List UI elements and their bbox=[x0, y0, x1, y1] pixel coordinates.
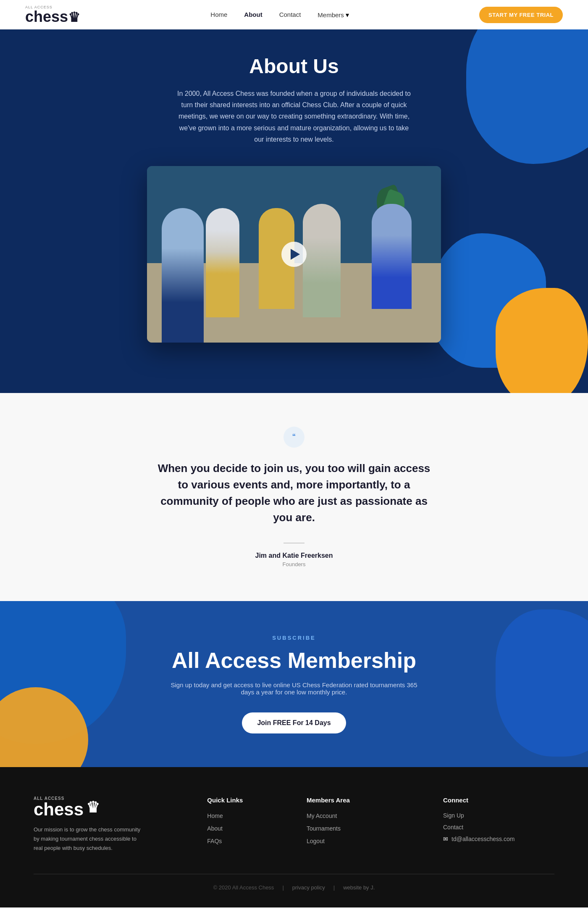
nav-item-home[interactable]: Home bbox=[210, 11, 227, 18]
footer-link-faqs[interactable]: FAQs bbox=[207, 837, 281, 845]
start-free-trial-button[interactable]: START MY FREE TRIAL bbox=[479, 7, 563, 23]
footer-crown-icon: ♛ bbox=[86, 800, 100, 815]
subscribe-title: All Access Membership bbox=[172, 648, 416, 673]
join-free-button[interactable]: Join FREE For 14 Days bbox=[242, 712, 346, 733]
footer-logout[interactable]: Logout bbox=[307, 837, 418, 845]
quote-text: When you decide to join us, you too will… bbox=[151, 460, 437, 526]
chevron-down-icon: ▾ bbox=[346, 11, 349, 19]
quote-role: Founders bbox=[283, 561, 306, 567]
footer-mission: Our mission is to grow the chess communi… bbox=[34, 825, 143, 853]
footer-bottom: © 2020 All Access Chess | privacy policy… bbox=[34, 874, 554, 891]
footer-tournaments[interactable]: Tournaments bbox=[307, 825, 418, 832]
footer-connect-list: Sign Up Contact ✉ td@allaccesschess.com bbox=[443, 812, 554, 842]
nav-links: Home About Contact Members ▾ bbox=[210, 11, 349, 19]
quote-section: “ When you decide to join us, you too wi… bbox=[0, 393, 588, 601]
footer: ALL ACCESS chess ♛ Our mission is to gro… bbox=[0, 767, 588, 907]
footer-contact[interactable]: Contact bbox=[443, 824, 554, 831]
hero-video-container[interactable] bbox=[147, 166, 441, 343]
footer-privacy-policy[interactable]: privacy policy bbox=[292, 884, 325, 891]
video-scene bbox=[147, 166, 441, 343]
hero-blob-bottom-right-gold bbox=[496, 288, 588, 393]
footer-connect-title: Connect bbox=[443, 797, 554, 804]
subscribe-section: SUBSCRIBE All Access Membership Sign up … bbox=[0, 601, 588, 767]
hero-subtitle: In 2000, All Access Chess was founded wh… bbox=[176, 88, 412, 145]
quote-icon: “ bbox=[284, 427, 304, 448]
hero-blob-top-right bbox=[466, 29, 588, 164]
logo-crown-icon: ♛ bbox=[68, 10, 80, 25]
footer-logo[interactable]: ALL ACCESS chess ♛ bbox=[34, 797, 182, 818]
footer-divider-2: | bbox=[333, 884, 335, 891]
sub-blob-right bbox=[496, 609, 588, 757]
footer-my-account[interactable]: My Account bbox=[307, 812, 418, 820]
hero-section: About Us In 2000, All Access Chess was f… bbox=[0, 29, 588, 393]
footer-top: ALL ACCESS chess ♛ Our mission is to gro… bbox=[34, 797, 554, 853]
subscribe-label: SUBSCRIBE bbox=[272, 635, 316, 641]
footer-quick-links-title: Quick Links bbox=[207, 797, 281, 804]
quote-divider bbox=[284, 543, 304, 543]
navbar: ALL ACCESS chess♛ Home About Contact Mem… bbox=[0, 0, 588, 29]
logo-text: chess♛ bbox=[25, 8, 80, 25]
play-button[interactable] bbox=[281, 242, 307, 267]
footer-email[interactable]: ✉ td@allaccesschess.com bbox=[443, 836, 554, 842]
footer-copyright: © 2020 All Access Chess bbox=[213, 884, 274, 891]
email-icon: ✉ bbox=[443, 836, 448, 842]
nav-item-contact[interactable]: Contact bbox=[279, 11, 301, 18]
footer-sign-up[interactable]: Sign Up bbox=[443, 812, 554, 819]
footer-website-by[interactable]: website by J. bbox=[343, 884, 375, 891]
quote-author: Jim and Katie Freerksen bbox=[255, 552, 333, 559]
footer-quick-links-list: Home About FAQs bbox=[207, 812, 281, 845]
footer-quick-links: Quick Links Home About FAQs bbox=[207, 797, 281, 853]
footer-divider-1: | bbox=[282, 884, 284, 891]
footer-connect: Connect Sign Up Contact ✉ td@allaccessch… bbox=[443, 797, 554, 853]
hero-title: About Us bbox=[249, 55, 339, 78]
nav-item-members[interactable]: Members ▾ bbox=[318, 11, 349, 19]
subscribe-description: Sign up today and get access to live onl… bbox=[164, 681, 424, 696]
nav-item-about[interactable]: About bbox=[244, 11, 262, 18]
footer-members-title: Members Area bbox=[307, 797, 418, 804]
footer-members-list: My Account Tournaments Logout bbox=[307, 812, 418, 845]
footer-logo-area: ALL ACCESS chess ♛ Our mission is to gro… bbox=[34, 797, 182, 853]
footer-link-about[interactable]: About bbox=[207, 825, 281, 832]
logo[interactable]: ALL ACCESS chess♛ bbox=[25, 5, 80, 24]
footer-link-home[interactable]: Home bbox=[207, 812, 281, 820]
footer-members-area: Members Area My Account Tournaments Logo… bbox=[307, 797, 418, 853]
